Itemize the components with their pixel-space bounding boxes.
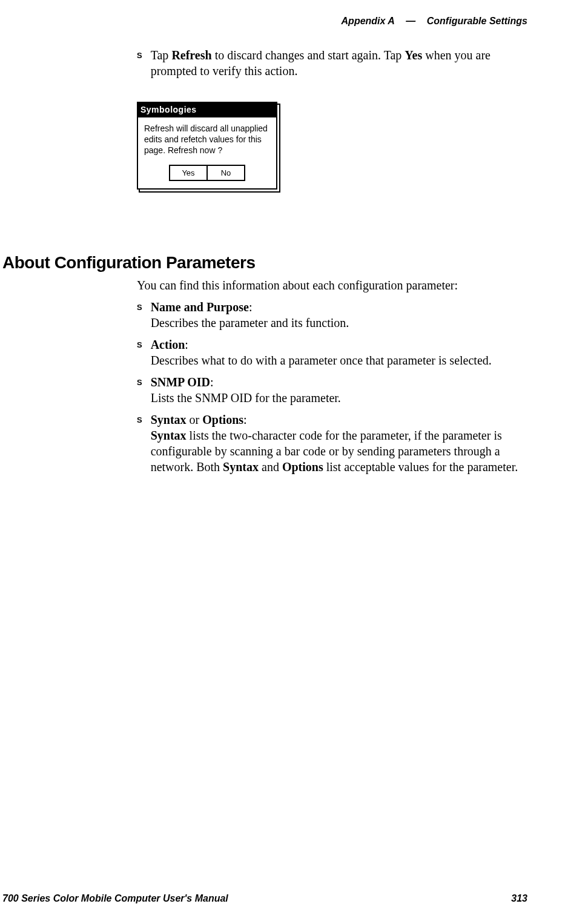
text-fragment: : xyxy=(210,375,214,389)
header-dash: — xyxy=(406,16,415,26)
param-title-options: Options xyxy=(202,413,243,426)
text-fragment: to discard changes and start again. Tap xyxy=(212,48,405,62)
list-item: S Action: Describes what to do with a pa… xyxy=(137,337,529,368)
header-appendix: Appendix A xyxy=(342,16,395,26)
dialog-body-text: Refresh will discard all unapplied edits… xyxy=(138,117,276,161)
header-section: Configurable Settings xyxy=(427,16,527,26)
param-desc: Describes the parameter and its function… xyxy=(151,316,349,329)
symbologies-dialog: Symbologies Refresh will discard all una… xyxy=(137,102,277,190)
text-bold-refresh: Refresh xyxy=(171,48,211,62)
bullet-text: SNMP OID: Lists the SNMP OID for the par… xyxy=(151,374,341,406)
intro-text: You can find this information about each… xyxy=(137,277,529,293)
text-fragment: : xyxy=(243,413,247,426)
param-title-syntax: Syntax xyxy=(151,413,187,426)
param-desc: Describes what to do with a parameter on… xyxy=(151,354,492,367)
text-fragment: list acceptable values for the parameter… xyxy=(323,460,518,474)
bullet-text: Syntax or Options: Syntax lists the two-… xyxy=(151,412,529,475)
list-item: S Name and Purpose: Describes the parame… xyxy=(137,299,529,331)
content-top: S Tap Refresh to discard changes and sta… xyxy=(137,47,529,190)
bullet-marker: S xyxy=(137,51,142,79)
dialog-screenshot: Symbologies Refresh will discard all una… xyxy=(137,102,529,190)
text-bold-yes: Yes xyxy=(405,48,422,62)
param-title: Name and Purpose xyxy=(151,300,249,314)
no-button[interactable]: No xyxy=(206,165,245,181)
parameter-list: S Name and Purpose: Describes the parame… xyxy=(137,299,529,475)
bullet-text: Tap Refresh to discard changes and start… xyxy=(151,47,529,79)
bullet-marker: S xyxy=(137,340,142,368)
footer-page-number: 313 xyxy=(511,893,527,904)
bullet-marker: S xyxy=(137,378,142,406)
text-bold-options: Options xyxy=(282,460,323,474)
text-bold-syntax: Syntax xyxy=(223,460,259,474)
section-body: You can find this information about each… xyxy=(137,277,529,481)
yes-button[interactable]: Yes xyxy=(169,165,208,181)
list-item: S SNMP OID: Lists the SNMP OID for the p… xyxy=(137,374,529,406)
page-header-running-head: Appendix A — Configurable Settings xyxy=(342,16,527,27)
text-fragment: Tap xyxy=(151,48,172,62)
bullet-text: Action: Describes what to do with a para… xyxy=(151,337,492,368)
param-title: SNMP OID xyxy=(151,375,210,389)
bullet-marker: S xyxy=(137,415,142,475)
page-footer: 700 Series Color Mobile Computer User's … xyxy=(0,893,588,904)
section-heading-about-config: About Configuration Parameters xyxy=(2,253,255,272)
text-bold-syntax: Syntax xyxy=(151,429,187,442)
dialog-button-row: Yes No xyxy=(138,161,276,188)
dialog-title: Symbologies xyxy=(138,103,276,117)
list-item: S Syntax or Options: Syntax lists the tw… xyxy=(137,412,529,475)
bullet-text: Name and Purpose: Describes the paramete… xyxy=(151,299,349,331)
text-fragment: : xyxy=(185,338,188,351)
bullet-marker: S xyxy=(137,303,142,331)
text-fragment: and xyxy=(259,460,282,474)
text-fragment: or xyxy=(187,413,203,426)
text-fragment: : xyxy=(249,300,253,314)
param-title: Action xyxy=(151,338,185,351)
param-desc: Lists the SNMP OID for the parameter. xyxy=(151,391,341,404)
bullet-refresh-instruction: S Tap Refresh to discard changes and sta… xyxy=(137,47,529,79)
footer-manual-title: 700 Series Color Mobile Computer User's … xyxy=(2,893,228,904)
